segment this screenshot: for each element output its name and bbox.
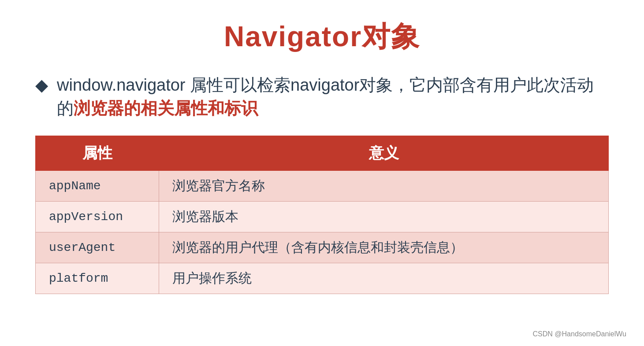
table-cell-property: platform bbox=[36, 263, 159, 294]
table-row: appVersion浏览器版本 bbox=[36, 202, 609, 232]
col-header-meaning: 意义 bbox=[159, 136, 609, 171]
table-cell-meaning: 浏览器的用户代理（含有内核信息和封装壳信息） bbox=[159, 232, 609, 263]
table-row: platform用户操作系统 bbox=[36, 263, 609, 294]
bullet-diamond-icon: ◆ bbox=[35, 74, 48, 96]
table-row: appName浏览器官方名称 bbox=[36, 171, 609, 202]
page-title: Navigator对象 bbox=[35, 18, 609, 56]
bullet-text-highlight: 浏览器的相关属性和标识 bbox=[74, 99, 258, 118]
watermark: CSDN @HandsomeDanielWu bbox=[533, 330, 626, 338]
table-cell-property: userAgent bbox=[36, 232, 159, 263]
col-header-property: 属性 bbox=[36, 136, 159, 171]
navigator-table: 属性 意义 appName浏览器官方名称appVersion浏览器版本userA… bbox=[35, 136, 609, 294]
bullet-section: ◆ window.navigator 属性可以检索navigator对象，它内部… bbox=[35, 74, 609, 120]
table-cell-meaning: 浏览器官方名称 bbox=[159, 171, 609, 202]
slide-container: Navigator对象 ◆ window.navigator 属性可以检索nav… bbox=[0, 0, 644, 346]
table-row: userAgent浏览器的用户代理（含有内核信息和封装壳信息） bbox=[36, 232, 609, 263]
table-cell-meaning: 用户操作系统 bbox=[159, 263, 609, 294]
table-cell-property: appName bbox=[36, 171, 159, 202]
table-header-row: 属性 意义 bbox=[36, 136, 609, 171]
table-cell-property: appVersion bbox=[36, 202, 159, 232]
bullet-text: window.navigator 属性可以检索navigator对象，它内部含有… bbox=[57, 74, 609, 120]
table-cell-meaning: 浏览器版本 bbox=[159, 202, 609, 232]
